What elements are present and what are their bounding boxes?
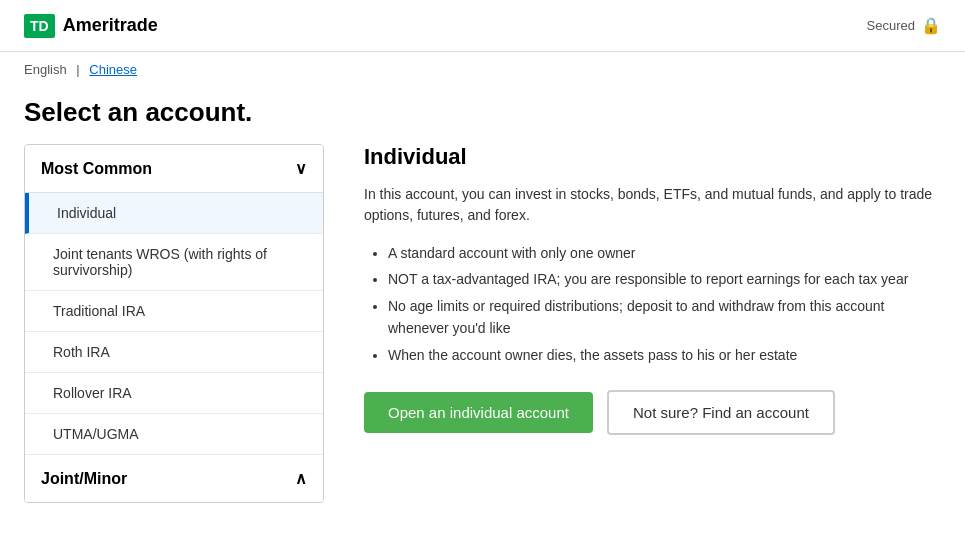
bullet-item: NOT a tax-advantaged IRA; you are respon…	[388, 268, 941, 290]
content-panel: Individual In this account, you can inve…	[364, 144, 941, 503]
bullet-item: A standard account with only one owner	[388, 242, 941, 264]
content-description: In this account, you can invest in stock…	[364, 184, 941, 226]
page-title: Select an account.	[0, 87, 965, 144]
sidebar: Most Common ∨ Individual Joint tenants W…	[24, 144, 324, 503]
sidebar-item-rollover-ira[interactable]: Rollover IRA	[25, 373, 323, 414]
action-buttons: Open an individual account Not sure? Fin…	[364, 390, 941, 435]
main-layout: Most Common ∨ Individual Joint tenants W…	[0, 144, 965, 503]
find-account-button[interactable]: Not sure? Find an account	[607, 390, 835, 435]
language-separator: |	[76, 62, 79, 77]
app-header: TD Ameritrade Secured 🔒	[0, 0, 965, 52]
most-common-section-header[interactable]: Most Common ∨	[25, 145, 323, 193]
most-common-chevron-icon: ∨	[295, 159, 307, 178]
bullet-item: When the account owner dies, the assets …	[388, 344, 941, 366]
language-bar: English | Chinese	[0, 52, 965, 87]
open-individual-account-button[interactable]: Open an individual account	[364, 392, 593, 433]
most-common-label: Most Common	[41, 160, 152, 178]
joint-minor-section-header[interactable]: Joint/Minor ∧	[25, 455, 323, 502]
sidebar-item-roth-ira[interactable]: Roth IRA	[25, 332, 323, 373]
sidebar-item-joint-wros[interactable]: Joint tenants WROS (with rights of survi…	[25, 234, 323, 291]
joint-minor-label: Joint/Minor	[41, 470, 127, 488]
sidebar-item-utma-ugma[interactable]: UTMA/UGMA	[25, 414, 323, 455]
bullet-item: No age limits or required distributions;…	[388, 295, 941, 340]
secured-label: Secured	[867, 18, 915, 33]
joint-minor-chevron-icon: ∧	[295, 469, 307, 488]
content-bullets: A standard account with only one owner N…	[364, 242, 941, 366]
chinese-link[interactable]: Chinese	[89, 62, 137, 77]
content-title: Individual	[364, 144, 941, 170]
td-logo-box: TD	[24, 14, 55, 38]
sidebar-item-individual[interactable]: Individual	[25, 193, 323, 234]
lock-icon: 🔒	[921, 16, 941, 35]
sidebar-item-traditional-ira[interactable]: Traditional IRA	[25, 291, 323, 332]
brand-name: Ameritrade	[63, 15, 158, 36]
secured-area: Secured 🔒	[867, 16, 941, 35]
english-label[interactable]: English	[24, 62, 67, 77]
logo-area: TD Ameritrade	[24, 14, 158, 38]
